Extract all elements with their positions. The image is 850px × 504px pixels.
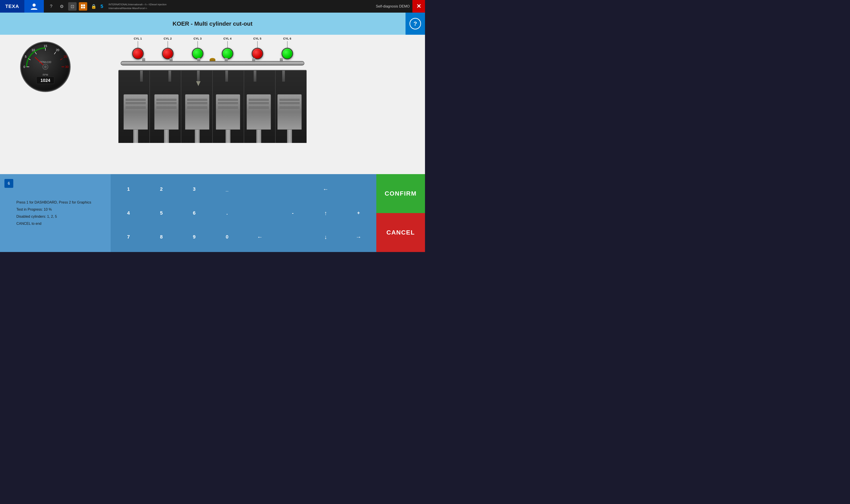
numpad-empty-1	[244, 178, 276, 201]
cyl-6-label: CYL 6	[283, 37, 291, 40]
numpad-empty-5	[277, 226, 309, 249]
numpad-9[interactable]: 9	[178, 226, 210, 249]
cyl-4-button[interactable]	[222, 48, 233, 59]
settings-icon-btn[interactable]: ⚙	[57, 2, 66, 11]
cylinder-1-col: CYL 1	[124, 37, 152, 59]
numpad-dot[interactable]: .	[211, 201, 243, 224]
confirm-button[interactable]: CONFIRM	[376, 174, 425, 213]
cylinder-3-col: CYL 3	[183, 37, 212, 59]
path-line1: INTERNATIONAL\International\---\\---\\Di…	[108, 3, 376, 6]
numpad-6[interactable]: 6	[178, 201, 210, 224]
svg-text:15: 15	[43, 44, 47, 48]
numpad: 1 2 3 _ ← 4 5 6 . - ↑ + 7 8 9 0 ← ↓ →	[111, 174, 376, 252]
piston-2	[152, 94, 181, 143]
svg-rect-2	[83, 4, 85, 6]
numpad-5[interactable]: 5	[145, 201, 178, 224]
status-text: Press 1 for DASHBOARD, Press 2 for Graph…	[16, 199, 91, 227]
help-circle-icon: ?	[409, 18, 421, 30]
close-button[interactable]: ✕	[412, 0, 425, 13]
status-panel: 6 Press 1 for DASHBOARD, Press 2 for Gra…	[0, 174, 111, 252]
tachometer-svg: 0 5 10 15 20 25 30 RPMx100	[20, 41, 71, 92]
cyl-6-button[interactable]	[282, 48, 293, 59]
piston-5	[244, 94, 273, 143]
tachometer: 0 5 10 15 20 25 30 RPMx100	[20, 41, 71, 92]
status-line3: Disabled cylinders: 1, 2, 5	[16, 213, 91, 220]
numpad-0[interactable]: 0	[211, 226, 243, 249]
cyl-1-label: CYL 1	[134, 37, 142, 40]
cylinder-6-col: CYL 6	[273, 37, 302, 59]
cylinder-4-col: CYL 4	[213, 37, 242, 59]
diag-icon-btn[interactable]	[79, 2, 87, 11]
lock-badge: 6	[4, 179, 13, 188]
cancel-button[interactable]: CANCEL	[376, 213, 425, 252]
cyl-4-label: CYL 4	[223, 37, 232, 40]
action-buttons: CONFIRM CANCEL	[376, 174, 425, 252]
cyl-5-button[interactable]	[252, 48, 263, 59]
numpad-right[interactable]: →	[343, 226, 375, 249]
svg-rect-1	[81, 4, 83, 6]
svg-text:10: 10	[32, 48, 35, 52]
user-icon-box[interactable]	[24, 0, 44, 13]
svg-text:5: 5	[25, 55, 26, 58]
numpad-minus[interactable]: -	[277, 201, 309, 224]
logo-text: TEXA	[5, 3, 19, 9]
svg-text:25: 25	[64, 55, 67, 58]
numpad-7[interactable]: 7	[112, 226, 144, 249]
piston-1	[121, 94, 150, 143]
svg-text:30: 30	[65, 65, 69, 69]
cyl-2-button[interactable]	[162, 48, 174, 59]
cyl-3-button[interactable]	[192, 48, 203, 59]
status-line2: Test in Progress: 10 %	[16, 206, 91, 213]
svg-point-0	[33, 3, 36, 7]
cylinder-5-col: CYL 5	[243, 37, 272, 59]
cylinder-2-col: CYL 2	[154, 37, 182, 59]
svg-text:RPM: RPM	[43, 73, 48, 76]
cyl-2-label: CYL 2	[164, 37, 172, 40]
diag-icon	[81, 4, 86, 9]
cyl-5-label: CYL 5	[253, 37, 261, 40]
piston-6	[275, 94, 304, 143]
header-bar: TEXA ? ⚙ ⊡ 🔒 5 INTERNATIONAL\Internation…	[0, 0, 425, 13]
numpad-empty-4	[244, 201, 276, 224]
svg-text:20: 20	[56, 48, 59, 52]
numpad-down[interactable]: ↓	[310, 226, 342, 249]
svg-text:0: 0	[23, 65, 25, 69]
path-line2: International\Navistar-MaxxForce\-\-	[108, 6, 376, 10]
texa-logo: TEXA	[0, 0, 24, 13]
numpad-backspace[interactable]: ←	[310, 178, 342, 201]
svg-rect-4	[83, 7, 85, 8]
numpad-4[interactable]: 4	[112, 201, 144, 224]
header-path: INTERNATIONAL\International\---\\---\\Di…	[106, 3, 376, 10]
bottom-bar: 6 Press 1 for DASHBOARD, Press 2 for Gra…	[0, 174, 425, 252]
numpad-8[interactable]: 8	[145, 226, 178, 249]
piston-4	[214, 94, 242, 143]
numpad-left[interactable]: ←	[244, 226, 276, 249]
status-line1: Press 1 for DASHBOARD, Press 2 for Graph…	[16, 199, 91, 206]
numpad-plus[interactable]: +	[343, 201, 375, 224]
numpad-3[interactable]: 3	[178, 178, 210, 201]
badge-number: 5	[100, 3, 103, 9]
lock-icon-btn[interactable]: 🔒	[89, 2, 98, 11]
numpad-up[interactable]: ↑	[310, 201, 342, 224]
svg-point-24	[44, 66, 47, 68]
numpad-1[interactable]: 1	[112, 178, 144, 201]
numpad-underscore[interactable]: _	[211, 178, 243, 201]
numpad-2[interactable]: 2	[145, 178, 178, 201]
user-icon	[30, 2, 38, 11]
numpad-empty-2	[277, 178, 309, 201]
svg-rect-3	[81, 7, 83, 8]
svg-text:1024: 1024	[40, 78, 51, 83]
page-title: KOER - Multi cylinder cut-out	[173, 20, 252, 27]
status-line4: CANCEL to end	[16, 220, 91, 227]
cyl-3-label: CYL 3	[193, 37, 202, 40]
piston-3	[183, 94, 212, 143]
cyl-1-button[interactable]	[132, 48, 144, 59]
camera-icon-btn[interactable]: ⊡	[68, 2, 76, 11]
title-bar: KOER - Multi cylinder cut-out ?	[0, 13, 425, 35]
engine-visual: CYL 1 CYL 2 CYL 3	[119, 37, 306, 143]
help-icon-btn[interactable]: ?	[47, 2, 55, 11]
lock-badge-text: 6	[8, 181, 10, 186]
numpad-empty-3	[343, 178, 375, 201]
title-help-button[interactable]: ?	[406, 13, 425, 35]
self-diagnosis-label: Self-diagnosis DEMO	[376, 4, 410, 8]
